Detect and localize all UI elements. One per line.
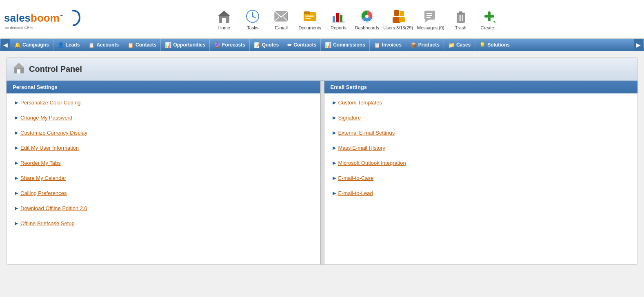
nav-users[interactable]: Users:3/13(29) xyxy=(383,8,413,30)
arrow-icon-9: ▶ xyxy=(15,221,18,226)
link-customize-currency[interactable]: ▶ Customize Currency Display xyxy=(15,130,312,136)
tab-forecasts[interactable]: 🔮 Forecasts xyxy=(210,39,250,51)
link-external-email[interactable]: ▶ External E-mail Settings xyxy=(333,130,630,136)
nav-email[interactable]: E-mail xyxy=(269,8,293,30)
cp-title: Control Panel xyxy=(29,64,82,74)
nav-messages[interactable]: Messages (0) xyxy=(417,8,444,30)
link-reorder-tabs[interactable]: ▶ Reorder My Tabs xyxy=(15,160,312,166)
link-download-offline-text[interactable]: Download Offline Edition 2.0 xyxy=(20,205,87,211)
tab-quotes[interactable]: 📝 Quotes xyxy=(250,39,283,51)
link-email-to-lead-text[interactable]: E-mail-to-Lead xyxy=(338,190,373,196)
email-icon xyxy=(273,8,289,24)
tab-bar: ◀ 🔔 Campaigns 👤 Leads 📋 Accounts 📋 Conta… xyxy=(0,39,644,51)
tab-scroll-left[interactable]: ◀ xyxy=(1,39,10,51)
tab-solutions[interactable]: 💡 Solutions xyxy=(475,39,514,51)
tab-accounts[interactable]: 📋 Accounts xyxy=(84,39,123,51)
campaigns-tab-icon: 🔔 xyxy=(14,42,21,48)
svg-rect-15 xyxy=(336,13,339,22)
arrow-icon-5: ▶ xyxy=(15,160,18,166)
link-change-password-text[interactable]: Change My Password xyxy=(20,115,72,121)
tab-leads[interactable]: 👤 Leads xyxy=(53,39,84,51)
nav-dashboards-label: Dashboards xyxy=(355,25,379,30)
quotes-tab-icon: 📝 xyxy=(254,42,260,48)
tab-cases[interactable]: 📁 Cases xyxy=(444,39,475,51)
link-external-email-text[interactable]: External E-mail Settings xyxy=(338,130,395,136)
left-panel: Personal Settings ▶ Personalize Color Co… xyxy=(7,81,320,264)
reports-icon xyxy=(330,8,346,24)
home-icon xyxy=(216,8,232,24)
email-settings-content: ▶ Custom Templates ▶ Signature ▶ Externa… xyxy=(324,93,638,211)
svg-rect-3 xyxy=(222,18,226,23)
tab-items: 🔔 Campaigns 👤 Leads 📋 Accounts 📋 Contact… xyxy=(10,39,634,51)
link-calling-prefs[interactable]: ▶ Calling Preferences xyxy=(15,190,312,196)
nav-trash-label: Trash xyxy=(455,25,466,30)
svg-rect-13 xyxy=(305,18,311,19)
link-email-to-case-text[interactable]: E-mail-to-Case xyxy=(338,175,374,181)
nav-documents-label: Documents xyxy=(298,25,321,30)
email-settings-header: Email Settings xyxy=(324,81,638,93)
link-personalize-color[interactable]: ▶ Personalize Color Coding xyxy=(15,100,312,106)
dashboards-icon xyxy=(359,8,375,24)
link-email-to-lead[interactable]: ▶ E-mail-to-Lead xyxy=(333,190,630,196)
link-signature[interactable]: ▶ Signature xyxy=(333,115,630,121)
link-custom-templates[interactable]: ▶ Custom Templates xyxy=(333,100,630,106)
link-email-to-case[interactable]: ▶ E-mail-to-Case xyxy=(333,175,630,181)
link-offline-briefcase[interactable]: ▶ Offline Briefcase Setup xyxy=(15,220,312,226)
link-calling-prefs-text[interactable]: Calling Preferences xyxy=(20,190,67,196)
tab-campaigns[interactable]: 🔔 Campaigns xyxy=(10,39,53,51)
arrow-icon-1: ▶ xyxy=(15,100,18,105)
link-share-calendar-text[interactable]: Share My Calendar xyxy=(20,175,66,181)
logo-tagline: on demand CRM xyxy=(5,26,73,30)
arrow-icon-2: ▶ xyxy=(15,115,18,120)
svg-rect-12 xyxy=(305,16,314,17)
link-edit-user-info[interactable]: ▶ Edit My User Information xyxy=(15,145,312,151)
link-mass-email-history-text[interactable]: Mass E-mail History xyxy=(338,145,386,151)
contracts-tab-icon: ✏ xyxy=(287,42,292,48)
tab-contacts[interactable]: 📋 Contacts xyxy=(123,39,161,51)
link-share-calendar[interactable]: ▶ Share My Calendar xyxy=(15,175,312,181)
tab-commissions[interactable]: 📊 Commissions xyxy=(321,39,370,51)
logo: salesboom™ on demand CRM xyxy=(4,9,73,30)
personal-settings-content: ▶ Personalize Color Coding ▶ Change My P… xyxy=(7,93,320,242)
cp-title-bar: Control Panel xyxy=(7,58,637,81)
arrow-icon-e5: ▶ xyxy=(333,160,336,166)
nav-create[interactable]: Create... xyxy=(477,8,502,30)
nav-users-label: Users:3/13(29) xyxy=(383,25,413,30)
link-custom-templates-text[interactable]: Custom Templates xyxy=(338,100,382,106)
nav-tasks[interactable]: Tasks xyxy=(240,8,265,30)
arrow-icon-e4: ▶ xyxy=(333,145,336,151)
link-personalize-color-text[interactable]: Personalize Color Coding xyxy=(20,100,80,106)
tab-products[interactable]: 📦 Products xyxy=(406,39,444,51)
leads-tab-icon: 👤 xyxy=(58,42,64,48)
link-offline-briefcase-text[interactable]: Offline Briefcase Setup xyxy=(20,220,75,226)
nav-reports[interactable]: Reports xyxy=(326,8,351,30)
tab-scroll-right[interactable]: ▶ xyxy=(634,39,643,51)
link-outlook-integration[interactable]: ▶ Microsoft Outlook Integration xyxy=(333,160,630,166)
nav-dashboards[interactable]: Dashboards xyxy=(355,8,379,30)
tab-contracts[interactable]: ✏ Contracts xyxy=(283,39,321,51)
cp-body: Personal Settings ▶ Personalize Color Co… xyxy=(7,81,637,264)
tab-opportunities[interactable]: 📊 Opportunities xyxy=(161,39,210,51)
nav-tasks-label: Tasks xyxy=(247,25,258,30)
link-change-password[interactable]: ▶ Change My Password xyxy=(15,115,312,121)
link-outlook-integration-text[interactable]: Microsoft Outlook Integration xyxy=(338,160,406,166)
link-signature-text[interactable]: Signature xyxy=(338,115,361,121)
tab-invoices[interactable]: 📋 Invoices xyxy=(370,39,406,51)
nav-home[interactable]: Home xyxy=(212,8,236,30)
tab-leads-label: Leads xyxy=(66,42,80,48)
link-download-offline[interactable]: ▶ Download Offline Edition 2.0 xyxy=(15,205,312,211)
link-edit-user-info-text[interactable]: Edit My User Information xyxy=(20,145,79,151)
commissions-tab-icon: 📊 xyxy=(325,42,331,48)
nav-documents[interactable]: Documents xyxy=(298,8,322,30)
tab-products-label: Products xyxy=(418,42,440,48)
nav-trash[interactable]: Trash xyxy=(449,8,473,30)
products-tab-icon: 📦 xyxy=(410,42,417,48)
arrow-icon-e7: ▶ xyxy=(333,191,336,196)
nav-create-label: Create... xyxy=(481,25,498,30)
link-mass-email-history[interactable]: ▶ Mass E-mail History xyxy=(333,145,630,151)
link-reorder-tabs-text[interactable]: Reorder My Tabs xyxy=(20,160,61,166)
arrow-icon-8: ▶ xyxy=(15,206,18,211)
documents-icon xyxy=(302,8,318,24)
tab-opportunities-label: Opportunities xyxy=(173,42,205,48)
link-customize-currency-text[interactable]: Customize Currency Display xyxy=(20,130,87,136)
